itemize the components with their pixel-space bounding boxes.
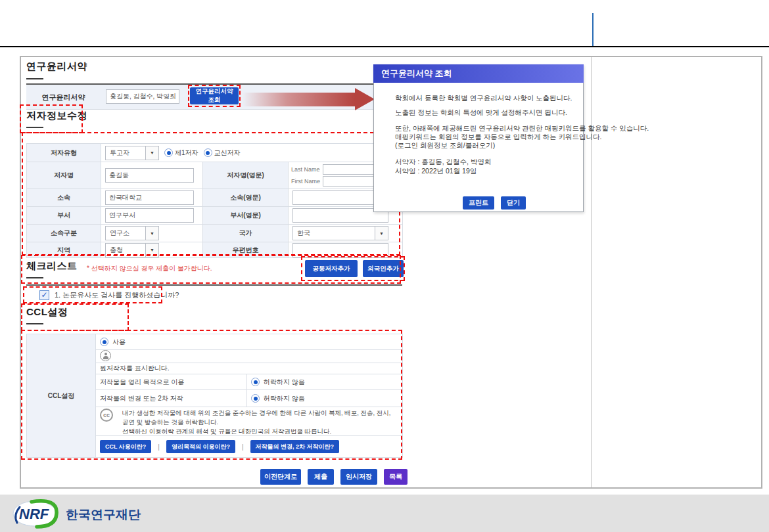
chevron-down-icon: ▼: [145, 146, 158, 160]
ccl-help-button-1[interactable]: CCL 사용이란?: [100, 440, 151, 453]
region-select[interactable]: 충청 ▼: [105, 243, 159, 257]
author-type-select[interactable]: 투고자 ▼: [105, 146, 159, 160]
radio-selected-icon: [204, 148, 212, 157]
table-row: 부서 부서(영문): [27, 207, 403, 225]
checklist-title-underline: [26, 277, 43, 278]
page-title: 연구윤리서약: [26, 60, 87, 73]
ccl-attribution-note: 원저작자를 표시합니다.: [96, 363, 403, 374]
cc-license-icon: cc: [100, 409, 113, 422]
chevron-down-icon: ▼: [145, 244, 158, 257]
dialog-line-1: 학회에서 등록한 학회별 연구윤리서약 사항이 노출됩니다.: [395, 94, 572, 103]
print-button[interactable]: 프린트: [463, 196, 494, 210]
ccl-commercial-radio[interactable]: 허락하지 않음: [251, 378, 398, 387]
ccl-notice-line1: 내가 생성한 저작물에 대해 위의 조건을 준수하는 경우에 한해 다른 사람이…: [122, 409, 391, 426]
author-section-title: 저자정보수정: [26, 110, 87, 122]
affiliation-type-label: 소속구분: [27, 225, 101, 242]
department-en-label: 부서(영문): [203, 207, 289, 225]
panel-divider: [591, 57, 592, 487]
ccl-title-underline: [26, 323, 43, 324]
radio-selected-icon: [100, 338, 108, 346]
ccl-help-button-2[interactable]: 영리목적의 이용이란?: [166, 440, 235, 453]
dialog-signer: 서약자 : 홍길동, 김철수, 박영희: [395, 158, 491, 167]
checkbox-checked-icon[interactable]: [39, 290, 49, 300]
author-name-input[interactable]: [105, 168, 194, 183]
department-input[interactable]: [105, 208, 194, 223]
corresponding-author-radio[interactable]: 교신저자: [204, 148, 241, 158]
author-type-label: 저자유형: [27, 144, 101, 162]
separator: |: [158, 443, 160, 451]
table-row: 지역 충청 ▼ 우편번호: [27, 242, 403, 258]
dialog-line-2: 노출된 정보는 학회의 특성에 맞게 설정해주시면 됩니다.: [395, 108, 567, 118]
region-label: 지역: [27, 242, 101, 258]
author-title-underline: [26, 127, 43, 128]
ccl-section-title: CCL설정: [26, 306, 68, 319]
zip-label: 우편번호: [203, 242, 289, 258]
department-label: 부서: [27, 207, 101, 225]
add-coauthor-button[interactable]: 공동저자추가: [305, 260, 358, 277]
checklist-required-note: * 선택하지 않으실 경우 제출이 불가합니다.: [87, 264, 212, 273]
submit-button[interactable]: 제출: [308, 469, 334, 485]
radio-selected-icon: [164, 148, 173, 157]
dialog-title: 연구윤리서약 조회: [373, 64, 584, 83]
table-row: 소속 소속(영문): [27, 189, 403, 207]
country-label: 국가: [203, 225, 289, 242]
chevron-down-icon: ▼: [145, 227, 158, 240]
annotation-arrow-icon: [355, 88, 375, 110]
page: 연구윤리서약 연구윤리서약 연구윤리서약 조회 저자정보수정 저자유형 투고자 …: [0, 0, 769, 532]
separator: |: [242, 443, 244, 451]
pledge-lookup-button[interactable]: 연구윤리서약 조회: [190, 87, 239, 104]
checklist-item-label: 1. 논문유사도 검사를 진행하셨습니까?: [55, 290, 179, 300]
affiliation-input[interactable]: [105, 190, 194, 205]
affiliation-label: 소속: [27, 189, 101, 207]
affiliation-type-select[interactable]: 연구소 ▼: [105, 226, 159, 240]
ccl-help-button-3[interactable]: 저작물의 변경, 2차 저작이란?: [250, 440, 340, 453]
ccl-derivative-label: 저작물의 변경 또는 2차 저작: [96, 390, 247, 407]
nrf-logo: NRF 한국연구재단: [11, 498, 168, 532]
dialog-line-4: 매핑키워드는 회원의 정보를 자동으로 입력하게 하는 키워드입니다.: [395, 133, 601, 142]
radio-selected-icon: [251, 378, 260, 386]
dialog-sign-date: 서약일 : 2022년 01월 19일: [395, 167, 477, 176]
dialog-line-5: (로그인 회원정보 조회/불러오기): [395, 141, 495, 150]
close-button[interactable]: 닫기: [501, 196, 526, 210]
table-row: 저자유형 투고자 ▼ 제1저자 교신저자: [27, 144, 403, 162]
top-horizontal-rule: [0, 46, 769, 47]
first-name-label: First Name: [291, 178, 320, 185]
ccl-use-radio[interactable]: 사용: [100, 338, 398, 347]
chevron-down-icon: ▼: [375, 227, 388, 240]
ccl-commercial-label: 저작물을 영리 목적으로 이용: [96, 374, 247, 390]
ccl-derivative-radio[interactable]: 허락하지 않음: [251, 394, 398, 403]
list-button[interactable]: 목록: [384, 469, 408, 485]
annotation-arrow-shaft: [242, 93, 355, 106]
zip-input[interactable]: [292, 243, 388, 257]
ccl-table-label: CCL설정: [27, 334, 96, 458]
author-name-en-label: 저자명(영문): [203, 162, 289, 189]
checklist-section-title: 체크리스트: [26, 260, 78, 273]
top-vertical-divider: [592, 13, 594, 47]
add-foreigner-button[interactable]: 외국인추가: [363, 260, 404, 277]
pledge-label: 연구윤리서약: [26, 85, 101, 110]
table-row: 소속구분 연구소 ▼ 국가 한국 ▼: [27, 225, 403, 242]
cc-by-attribution-icon: [100, 350, 111, 361]
checklist-item[interactable]: 1. 논문유사도 검사를 진행하셨습니까?: [39, 290, 179, 300]
page-title-underline: [26, 78, 43, 79]
pledge-names-input[interactable]: [106, 89, 179, 104]
dialog-line-3: 또한, 아래쪽에 제공해드린 연구윤리서약 관련한 매핑키워드를 활용할 수 있…: [395, 124, 649, 133]
previous-step-button[interactable]: 이전단계로: [260, 469, 301, 485]
table-row: 저자명 저자명(영문) Last Name First Name: [27, 162, 403, 189]
checklist-divider: [26, 284, 402, 286]
last-name-label: Last Name: [291, 166, 320, 173]
temp-save-button[interactable]: 임시저장: [340, 469, 377, 485]
nrf-logo-text: NRF: [19, 506, 49, 522]
ccl-notice-line2: 선택하신 이용허락 관계의 해석 및 규율은 대한민국의 저작권법을 따릅니다.: [122, 428, 331, 435]
affiliation-en-label: 소속(영문): [203, 189, 289, 207]
first-author-radio[interactable]: 제1저자: [164, 148, 198, 158]
radio-selected-icon: [251, 394, 260, 403]
author-table: 저자유형 투고자 ▼ 제1저자 교신저자: [26, 143, 403, 258]
footer-org-name: 한국연구재단: [66, 508, 141, 521]
country-select[interactable]: 한국 ▼: [292, 226, 388, 240]
table-row: CCL설정 사용: [27, 334, 403, 350]
ccl-table: CCL설정 사용 원저작자를 표시합니다. 저작물을 영리 목적으로 이용 허락…: [26, 334, 403, 458]
author-name-label: 저자명: [27, 162, 101, 189]
pledge-lookup-dialog: 연구윤리서약 조회 학회에서 등록한 학회별 연구윤리서약 사항이 노출됩니다.…: [373, 64, 584, 212]
